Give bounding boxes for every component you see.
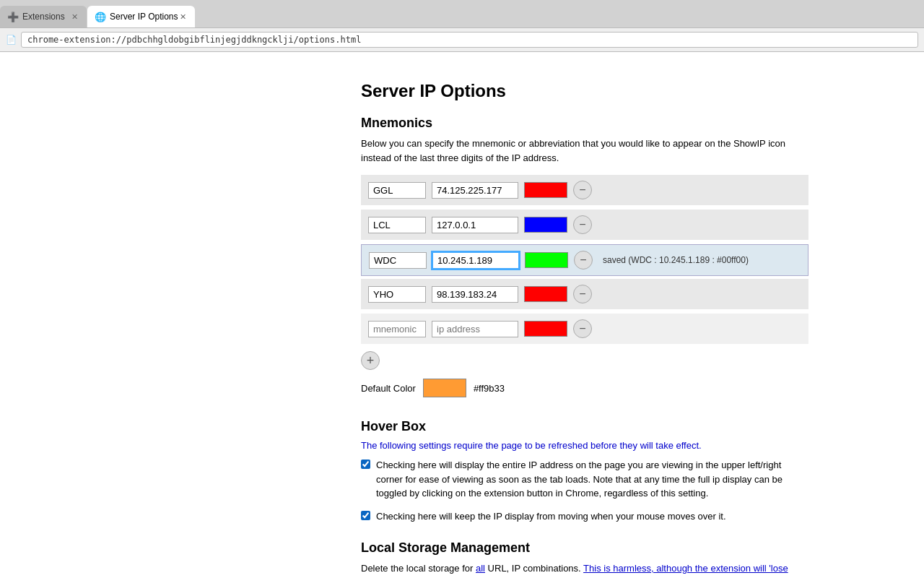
local-storage-heading: Local Storage Management	[361, 540, 808, 556]
mnemonic-row-yho: −	[361, 279, 808, 311]
ip-input-new[interactable]	[432, 321, 518, 337]
link-harmless: This is harmless, although the extension…	[361, 563, 788, 578]
link-all: all	[476, 563, 485, 574]
checkbox-keep-position[interactable]	[361, 511, 370, 520]
mnemonic-input-lcl[interactable]	[368, 217, 426, 233]
mnemonic-input-new[interactable]	[368, 321, 426, 337]
mnemonic-input-yho[interactable]	[368, 286, 426, 303]
remove-btn-ggl[interactable]: −	[573, 181, 592, 199]
mnemonics-section: Mnemonics Below you can specify the mnem…	[361, 116, 808, 397]
remove-btn-lcl[interactable]: −	[573, 215, 592, 234]
address-bar: 📄	[0, 27, 924, 52]
color-swatch-wdc[interactable]	[525, 252, 568, 268]
mnemonics-description: Below you can specify the mnemonic or ab…	[361, 137, 808, 165]
mnemonic-row-lcl: −	[361, 210, 808, 241]
tab-extensions[interactable]: ➕ Extensions ✕	[0, 6, 87, 27]
local-storage-section: Local Storage Management Delete the loca…	[361, 540, 808, 578]
tab-server-options-label: Server IP Options	[110, 12, 178, 22]
address-input[interactable]	[21, 32, 918, 48]
tab-server-options[interactable]: 🌐 Server IP Options ✕	[87, 6, 195, 27]
remove-btn-yho[interactable]: −	[573, 285, 592, 303]
extensions-icon: ➕	[7, 12, 19, 22]
ip-input-wdc[interactable]	[432, 252, 519, 269]
checkbox-row-2: Checking here will keep the IP display f…	[361, 509, 808, 524]
remove-btn-wdc[interactable]: −	[574, 251, 593, 269]
default-color-swatch[interactable]	[423, 379, 466, 397]
color-swatch-yho[interactable]	[524, 286, 567, 302]
color-swatch-new[interactable]	[524, 321, 567, 337]
hover-box-description: The following settings require the page …	[361, 440, 808, 451]
color-swatch-lcl[interactable]	[524, 217, 567, 233]
checkbox-keep-position-label: Checking here will keep the IP display f…	[376, 509, 726, 524]
checkbox-row-1: Checking here will display the entire IP…	[361, 458, 808, 501]
mnemonic-row-new: −	[361, 314, 808, 345]
hover-box-heading: Hover Box	[361, 419, 808, 434]
new-tab-area	[195, 6, 217, 27]
ip-input-lcl[interactable]	[432, 217, 518, 233]
mnemonics-heading: Mnemonics	[361, 116, 808, 131]
remove-btn-new[interactable]: −	[573, 319, 592, 338]
mnemonic-row-wdc: − saved (WDC : 10.245.1.189 : #00ff00)	[361, 244, 808, 276]
tab-extensions-label: Extensions	[22, 12, 65, 22]
mnemonic-input-ggl[interactable]	[368, 182, 426, 199]
hover-box-section: Hover Box The following settings require…	[361, 419, 808, 523]
add-row-button[interactable]: +	[361, 351, 380, 370]
color-swatch-ggl[interactable]	[524, 182, 567, 198]
tab-server-options-close[interactable]: ✕	[178, 12, 188, 22]
page-title: Server IP Options	[361, 81, 808, 101]
checkbox-ip-display-label: Checking here will display the entire IP…	[376, 458, 808, 501]
server-options-icon: 🌐	[95, 12, 106, 22]
default-color-hex: #ff9b33	[474, 383, 505, 394]
ip-input-ggl[interactable]	[432, 182, 518, 199]
local-storage-description: Delete the local storage for all URL, IP…	[361, 561, 808, 578]
default-color-label: Default Color	[361, 383, 416, 394]
default-color-row: Default Color #ff9b33	[361, 379, 808, 397]
mnemonic-row-ggl: −	[361, 175, 808, 207]
ip-input-yho[interactable]	[432, 286, 518, 303]
page-icon: 📄	[6, 35, 17, 45]
checkbox-ip-display[interactable]	[361, 460, 370, 469]
mnemonic-input-wdc[interactable]	[369, 252, 427, 269]
tab-extensions-close[interactable]: ✕	[70, 12, 79, 22]
saved-text-wdc: saved (WDC : 10.245.1.189 : #00ff00)	[603, 255, 749, 265]
